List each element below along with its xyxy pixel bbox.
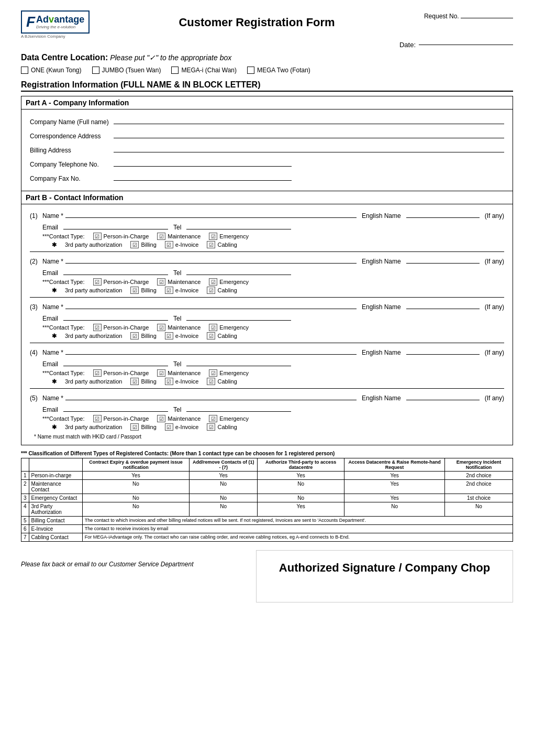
email-input-3[interactable] [63, 312, 168, 321]
ct-einvoice-5[interactable]: e-Invoice [165, 423, 199, 431]
ct-maint-icon-4[interactable] [157, 369, 165, 377]
name-input-2[interactable] [65, 255, 357, 264]
ct-emerg-icon-5[interactable] [209, 415, 217, 422]
ct-cabling-icon-5[interactable] [207, 423, 215, 431]
ct-emerg-3[interactable]: Emergency [209, 324, 249, 331]
ct-billing-icon-1[interactable] [130, 241, 139, 248]
ct-maint-icon-1[interactable] [157, 233, 165, 240]
ct-billing-4[interactable]: Billing [130, 378, 156, 385]
ct-billing-icon-2[interactable] [130, 287, 139, 294]
ct-einvoice-icon-1[interactable] [165, 241, 173, 248]
ct-billing-5[interactable]: Billing [130, 423, 156, 431]
name-input-1[interactable] [65, 210, 357, 218]
ct-billing-2[interactable]: Billing [130, 287, 156, 294]
company-tel-label: Company Telephone No. [30, 161, 114, 168]
dc-checkbox-mega-two[interactable] [247, 67, 254, 74]
company-name-input[interactable] [114, 116, 504, 124]
ct-cabling-1[interactable]: Cabling [207, 241, 237, 248]
tel-input-2[interactable] [186, 267, 291, 275]
ct-cabling-5[interactable]: Cabling [207, 423, 237, 431]
eng-name-input-3[interactable] [406, 301, 480, 309]
eng-name-input-4[interactable] [406, 346, 480, 355]
dc-checkbox-jumbo[interactable] [92, 67, 99, 74]
ct-cabling-icon-4[interactable] [207, 378, 215, 385]
ct-maint-icon-3[interactable] [157, 324, 165, 331]
ct-pic-2[interactable]: Person-in-Charge [93, 278, 149, 286]
dc-option-mega-i[interactable]: MEGA-i (Chai Wan) [171, 67, 237, 74]
billing-address-input[interactable] [114, 144, 504, 152]
name-input-4[interactable] [65, 346, 357, 355]
ct-einvoice-3[interactable]: e-Invoice [165, 332, 199, 339]
ct-emerg-1[interactable]: Emergency [209, 233, 249, 240]
ct-billing-1[interactable]: Billing [130, 241, 156, 248]
ct-einvoice-4[interactable]: e-Invoice [165, 378, 199, 385]
email-input-5[interactable] [63, 403, 168, 412]
email-input-4[interactable] [63, 358, 168, 366]
eng-name-input-5[interactable] [406, 392, 480, 400]
ct-cabling-2[interactable]: Cabling [207, 287, 237, 294]
email-input-2[interactable] [63, 267, 168, 275]
eng-name-label-5: English Name [362, 395, 401, 402]
ct-maint-icon-5[interactable] [157, 415, 165, 422]
correspondence-address-input[interactable] [114, 130, 504, 138]
tel-input-1[interactable] [186, 221, 291, 229]
ct-einvoice-icon-4[interactable] [165, 378, 173, 385]
ct-emerg-2[interactable]: Emergency [209, 278, 249, 286]
ct-billing-3[interactable]: Billing [130, 332, 156, 339]
ct-maint-icon-2[interactable] [157, 278, 165, 286]
request-no-line[interactable] [461, 18, 513, 18]
ct-einvoice-icon-3[interactable] [165, 332, 173, 339]
ct-pic-icon-3[interactable] [93, 324, 102, 331]
company-tel-input[interactable] [114, 158, 292, 167]
ct-emerg-icon-4[interactable] [209, 369, 217, 377]
ct-pic-1[interactable]: Person-in-Charge [93, 233, 149, 240]
dc-option-mega-two[interactable]: MEGA Two (Fotan) [247, 67, 310, 74]
ct-pic-5[interactable]: Person-in-Charge [93, 415, 149, 422]
ct-pic-icon-4[interactable] [93, 369, 102, 377]
ct-pic-3[interactable]: Person-in-Charge [93, 324, 149, 331]
ct-einvoice-icon-2[interactable] [165, 287, 173, 294]
name-input-3[interactable] [65, 301, 357, 309]
dc-option-jumbo[interactable]: JUMBO (Tsuen Wan) [92, 67, 161, 74]
ct-pic-icon-1[interactable] [93, 233, 102, 240]
ct-maint-5[interactable]: Maintenance [157, 415, 201, 422]
dc-option-one[interactable]: ONE (Kwun Tong) [21, 67, 82, 74]
ct-maint-3[interactable]: Maintenance [157, 324, 201, 331]
tel-input-3[interactable] [186, 312, 291, 321]
row-type-7: Cabling Contact [29, 533, 82, 542]
ct-billing-icon-4[interactable] [130, 378, 139, 385]
dc-checkbox-one[interactable] [21, 67, 28, 74]
ct-billing-icon-3[interactable] [130, 332, 139, 339]
ct-maint-2[interactable]: Maintenance [157, 278, 201, 286]
ct-pic-4[interactable]: Person-in-Charge [93, 369, 149, 377]
tel-input-4[interactable] [186, 358, 291, 366]
ct-einvoice-icon-5[interactable] [165, 423, 173, 431]
ct-einvoice-2[interactable]: e-Invoice [165, 287, 199, 294]
ct-emerg-5[interactable]: Emergency [209, 415, 249, 422]
ct-maint-1[interactable]: Maintenance [157, 233, 201, 240]
dc-location-label: Data Centre Location: [21, 53, 108, 62]
ct-maint-4[interactable]: Maintenance [157, 369, 201, 377]
eng-name-input-1[interactable] [406, 210, 480, 218]
ct-cabling-4[interactable]: Cabling [207, 378, 237, 385]
ct-cabling-icon-1[interactable] [207, 241, 215, 248]
tel-input-5[interactable] [186, 403, 291, 412]
ct-third-1[interactable]: 3rd party authorization [65, 242, 122, 248]
ct-emerg-icon-2[interactable] [209, 278, 217, 286]
eng-name-input-2[interactable] [406, 255, 480, 264]
ct-emerg-icon-3[interactable] [209, 324, 217, 331]
company-fax-input[interactable] [114, 172, 292, 181]
name-input-5[interactable] [65, 392, 357, 400]
ct-pic-icon-5[interactable] [93, 415, 102, 422]
ct-pic-icon-2[interactable] [93, 278, 102, 286]
ct-emerg-icon-1[interactable] [209, 233, 217, 240]
ct-einvoice-1[interactable]: e-Invoice [165, 241, 199, 248]
ct-billing-icon-5[interactable] [130, 423, 139, 431]
ct-emerg-4[interactable]: Emergency [209, 369, 249, 377]
date-input[interactable] [419, 45, 513, 45]
email-input-1[interactable] [63, 221, 168, 229]
ct-cabling-icon-3[interactable] [207, 332, 215, 339]
ct-cabling-3[interactable]: Cabling [207, 332, 237, 339]
ct-cabling-icon-2[interactable] [207, 287, 215, 294]
dc-checkbox-mega-i[interactable] [171, 67, 179, 74]
